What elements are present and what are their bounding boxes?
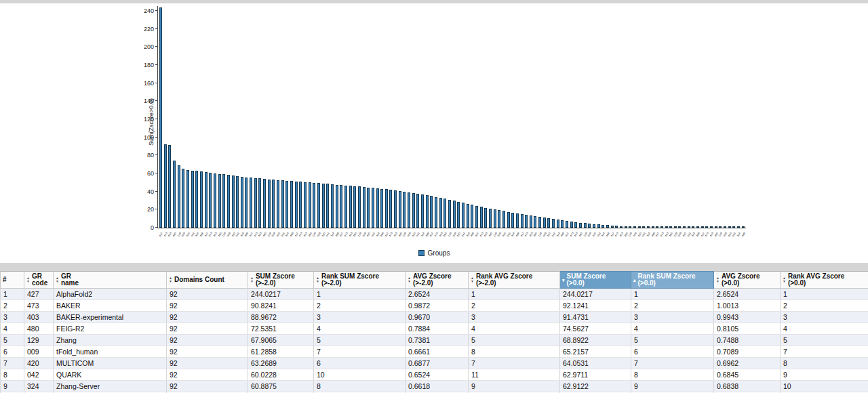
group-bar[interactable] <box>309 182 311 228</box>
column-header-sum-zscore-gt0[interactable]: ▾SUM Zscore(>0.0) <box>560 272 631 289</box>
group-bar[interactable] <box>326 184 329 228</box>
group-bar[interactable] <box>408 192 410 228</box>
group-bar[interactable] <box>412 193 415 228</box>
group-bar[interactable] <box>715 226 717 228</box>
group-bar[interactable] <box>606 225 609 228</box>
group-bar[interactable] <box>728 226 731 228</box>
group-bar[interactable] <box>480 207 483 228</box>
group-bar[interactable] <box>304 182 307 228</box>
group-bar[interactable] <box>724 226 726 228</box>
group-bar[interactable] <box>692 226 694 228</box>
group-bar[interactable] <box>168 145 171 228</box>
group-bar[interactable] <box>552 219 555 228</box>
group-bar[interactable] <box>258 178 261 228</box>
group-bar[interactable] <box>164 144 167 228</box>
group-bar[interactable] <box>385 189 388 228</box>
group-bar[interactable] <box>566 221 568 228</box>
group-bar[interactable] <box>642 226 645 228</box>
group-bar[interactable] <box>457 202 460 228</box>
group-bar[interactable] <box>254 178 257 228</box>
group-bar[interactable] <box>597 224 600 228</box>
group-bar[interactable] <box>647 226 650 228</box>
group-bar[interactable] <box>443 199 446 228</box>
group-bar[interactable] <box>701 226 704 228</box>
group-bar[interactable] <box>579 223 582 228</box>
group-bar[interactable] <box>399 191 401 228</box>
group-bar[interactable] <box>222 174 225 228</box>
group-bar[interactable] <box>547 218 550 228</box>
group-bar[interactable] <box>173 161 176 228</box>
column-header-gr-code[interactable]: ▲▼GRcode <box>24 272 54 289</box>
group-bar[interactable] <box>620 226 623 228</box>
group-bar[interactable] <box>652 226 654 228</box>
group-bar[interactable] <box>625 226 627 228</box>
group-bar[interactable] <box>475 206 478 228</box>
group-bar[interactable] <box>660 226 663 228</box>
group-bar[interactable] <box>615 226 618 228</box>
group-bar[interactable] <box>656 226 658 228</box>
group-bar[interactable] <box>394 190 397 228</box>
group-bar[interactable] <box>557 220 559 228</box>
group-bar[interactable] <box>742 226 745 228</box>
group-bar[interactable] <box>593 224 595 228</box>
group-bar[interactable] <box>195 171 198 228</box>
group-bar[interactable] <box>205 172 208 228</box>
group-bar[interactable] <box>710 226 713 228</box>
group-bar[interactable] <box>272 180 275 228</box>
group-bar[interactable] <box>218 174 221 228</box>
column-header-rank-avg-zscore-gt0[interactable]: ▲▼Rank AVG Zscore(>0.0) <box>781 272 868 289</box>
group-bar[interactable] <box>588 224 591 228</box>
column-header-rank-sum-zscore-gt0[interactable]: ▴Rank SUM Zscore(>0.0) <box>631 272 714 289</box>
group-bar[interactable] <box>331 184 334 228</box>
group-bar[interactable] <box>182 169 184 228</box>
group-bar[interactable] <box>236 176 239 228</box>
column-header-gr-name[interactable]: ▲▼GRname <box>54 272 167 289</box>
group-bar[interactable] <box>525 215 528 228</box>
group-bar[interactable] <box>389 190 392 228</box>
group-bar[interactable] <box>353 186 356 228</box>
group-bar[interactable] <box>705 226 708 228</box>
group-bar[interactable] <box>349 186 352 228</box>
group-bar[interactable] <box>403 192 406 228</box>
group-bar[interactable] <box>191 171 194 228</box>
group-bar[interactable] <box>159 7 162 228</box>
group-bar[interactable] <box>521 214 524 228</box>
group-bar[interactable] <box>538 217 541 228</box>
group-bar[interactable] <box>601 225 604 228</box>
group-bar[interactable] <box>200 171 203 228</box>
group-bar[interactable] <box>561 220 564 228</box>
group-bar[interactable] <box>439 198 442 228</box>
group-bar[interactable] <box>584 223 587 228</box>
group-bar[interactable] <box>268 180 271 228</box>
group-bar[interactable] <box>178 165 180 228</box>
group-bar[interactable] <box>696 226 699 228</box>
group-bar[interactable] <box>669 226 672 228</box>
group-bar[interactable] <box>471 205 473 228</box>
group-bar[interactable] <box>435 197 437 228</box>
group-bar[interactable] <box>376 188 379 228</box>
group-bar[interactable] <box>683 226 686 228</box>
group-bar[interactable] <box>340 185 342 228</box>
group-bar[interactable] <box>489 209 492 228</box>
group-bar[interactable] <box>245 178 248 228</box>
group-bar[interactable] <box>232 175 235 228</box>
group-bar[interactable] <box>313 183 315 228</box>
column-header-avg-zscore-gt0[interactable]: ▲▼AVG Zscore(>0.0) <box>714 272 781 289</box>
group-bar[interactable] <box>611 226 614 228</box>
group-bar[interactable] <box>674 226 677 228</box>
group-bar[interactable] <box>494 209 496 228</box>
group-bar[interactable] <box>688 226 690 228</box>
group-bar[interactable] <box>426 195 429 228</box>
group-bar[interactable] <box>209 173 212 228</box>
group-bar[interactable] <box>570 222 573 228</box>
group-bar[interactable] <box>511 213 514 228</box>
group-bar[interactable] <box>263 179 266 228</box>
column-header-avg-zscore-gt-neg2[interactable]: ▲▼AVG Zscore(>-2.0) <box>406 272 469 289</box>
group-bar[interactable] <box>380 189 383 228</box>
group-bar[interactable] <box>241 177 243 228</box>
group-bar[interactable] <box>732 226 735 228</box>
group-bar[interactable] <box>448 200 451 228</box>
group-bar[interactable] <box>227 175 230 228</box>
group-bar[interactable] <box>507 212 510 228</box>
group-bar[interactable] <box>281 180 284 228</box>
